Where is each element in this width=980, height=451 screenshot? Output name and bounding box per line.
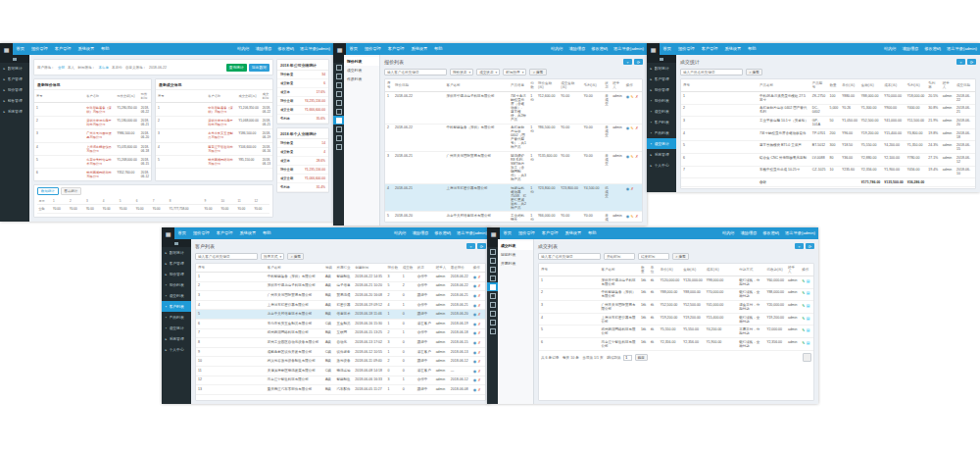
action-icon[interactable]: ✗	[478, 313, 481, 317]
sidebar-item[interactable]: ▪ 客户列表	[162, 301, 191, 312]
stats-tab[interactable]: 图表统计	[61, 187, 82, 195]
filter-select[interactable]: 排序方式	[261, 253, 284, 260]
action-icon[interactable]: ◉	[473, 351, 476, 355]
search-input[interactable]	[680, 69, 743, 75]
secondary-menu-item[interactable]: 成交列表	[498, 241, 533, 250]
nav-user-link[interactable]: 清除缓存	[738, 227, 760, 239]
rail-item[interactable]	[487, 274, 498, 282]
sidebar-item[interactable]: ▪ 成交列表	[162, 290, 191, 301]
action-icon[interactable]: ◉	[473, 294, 476, 298]
search-button[interactable]: ⌕搜索	[672, 253, 689, 260]
nav-link[interactable]: 客户管理	[384, 43, 408, 55]
rail-item[interactable]	[487, 300, 498, 309]
sidebar-item[interactable]: ▸ 个人中心	[162, 344, 191, 355]
table-row[interactable]: 1中科智能装备（深圳）有限公司¥1,206,350.002018-06-22	[156, 103, 272, 116]
rail-item[interactable]	[487, 326, 498, 335]
filter-select[interactable]: 报价状态	[450, 69, 473, 75]
page-jump-input[interactable]	[623, 355, 632, 361]
stats-tab[interactable]: 数据统计	[37, 187, 59, 195]
search-input[interactable]	[195, 253, 258, 260]
header-action-button[interactable]: ⟳	[477, 243, 486, 250]
sidebar-item[interactable]: ▪ 产品列表	[647, 127, 676, 138]
action-icon[interactable]: ✎	[631, 215, 634, 219]
table-row[interactable]: 2深圳市华强北电子科技有限公司¥1,068,000.002018-06-21	[156, 116, 272, 128]
nav-user-link[interactable]: 退出登录(admin)	[297, 43, 333, 55]
table-row[interactable]: 2 中科智能装备（深圳）有限公司 1批 批 ¥88,000.00 ¥88,000…	[539, 288, 813, 301]
nav-link[interactable]: 帮助	[585, 227, 600, 239]
rail-item[interactable]	[333, 72, 344, 80]
action-icon[interactable]: ✗	[478, 370, 481, 374]
rail-item[interactable]	[333, 107, 344, 116]
action-icon[interactable]: ✗	[478, 331, 481, 335]
action-icon[interactable]: ▤	[807, 328, 810, 332]
table-row[interactable]: 4上海浦东精密仪器有限公司¥1,035,600.002018-06-18	[34, 142, 151, 155]
table-row[interactable]: 2 2018-06-22 中科智能装备（深圳）有限公司 高精度贴片电容 0402…	[385, 124, 642, 152]
table-row[interactable]: 9 成都高新区软件开发有限公司 C级 软件服务 2018-06-12 10:55…	[196, 347, 485, 357]
nav-user-link[interactable]: 清除缓存	[900, 43, 922, 55]
rail-item[interactable]	[487, 282, 498, 291]
action-icon[interactable]: ◉	[473, 378, 476, 382]
sidebar-item[interactable]: ▸ 系统管理	[0, 106, 29, 117]
action-icon[interactable]: ◉	[473, 284, 476, 288]
action-icon[interactable]: ✎	[631, 155, 634, 159]
action-icon[interactable]: ◉	[473, 370, 476, 374]
rail-item[interactable]	[333, 116, 344, 125]
table-row[interactable]: 7车载中控显示总成 10.25寸CZ-102510¥235.60¥2,356.0…	[681, 166, 975, 178]
table-row[interactable]: 2 深圳市华强北电子科技有限公司 A级 电子信息 2018-06-21 10:2…	[196, 281, 485, 291]
table-row[interactable]: 4 2018-06-21 上海浦东精密仪器有限公司 伺服电机驱动器 750W、精…	[385, 183, 642, 212]
header-action-button[interactable]: ＋	[956, 59, 965, 66]
action-icon[interactable]: ✗	[635, 126, 638, 130]
nav-link[interactable]: 帮助	[98, 43, 113, 55]
action-icon[interactable]: ✎	[802, 317, 805, 321]
rail-item[interactable]	[487, 318, 498, 326]
sidebar-item[interactable]: ▸ 客户管理	[162, 258, 191, 269]
nav-link[interactable]: 系统设置	[721, 43, 745, 55]
rail-item[interactable]	[333, 125, 344, 133]
sidebar-item[interactable]: ▸ 数据统计	[0, 63, 29, 74]
action-icon[interactable]: ✗	[478, 378, 481, 382]
control-sidebar-toggle[interactable]	[803, 353, 811, 362]
sidebar-header[interactable]	[0, 55, 29, 63]
nav-link[interactable]: 报价管理	[361, 43, 384, 55]
sidebar-item[interactable]: ▪ 报价列表	[647, 95, 676, 106]
table-row[interactable]: 7 杭州西湖网络科技有限公司 B级 互联网 2018-06-15 13:25 2	[196, 328, 485, 338]
nav-link[interactable]: 系统设置	[408, 43, 431, 55]
action-icon[interactable]: ▤	[807, 291, 810, 295]
table-row[interactable]: 5 杭州西湖网络科技有限公司 1批 批 ¥5,550.00 ¥5,550.00	[539, 326, 813, 338]
table-row[interactable]: 合计¥171,786.00¥135,500.00¥36,286.00	[681, 178, 975, 187]
nav-link[interactable]: 客户管理	[698, 43, 721, 55]
action-icon[interactable]: ✗	[635, 155, 638, 159]
action-icon[interactable]: ✗	[478, 284, 481, 288]
action-icon[interactable]: ◉	[473, 323, 476, 326]
nav-link[interactable]: 报价管理	[514, 227, 538, 239]
nav-link[interactable]: 报价管理	[27, 43, 51, 55]
action-icon[interactable]: ◉	[473, 276, 476, 279]
table-row[interactable]: 6铝合金 CNC 外壳阳极氧化定制LV-008880¥36.00¥2,880.0…	[681, 153, 975, 166]
table-row[interactable]: 3 2018-06-21 广州市天河国际贸易有限公司 回流焊炉 R8 系列、SM…	[385, 152, 642, 184]
export-data-button[interactable]: 导出数据	[249, 64, 270, 72]
action-icon[interactable]: ◉	[473, 331, 476, 335]
filter-option[interactable]: 本人	[68, 66, 75, 70]
rail-item[interactable]	[333, 80, 344, 89]
nav-user-link[interactable]: 清除缓存	[566, 43, 589, 55]
table-row[interactable]: 12 南京江宁智造科技有限公司 A级 智能制造 2018-06-06 16:33…	[196, 376, 485, 385]
action-icon[interactable]: ✗	[478, 304, 481, 308]
action-icon[interactable]: ◉	[626, 155, 629, 159]
table-row[interactable]: 47英寸触控显示屏含驱动板套件TP-0701200¥96.00¥19,200.0…	[681, 128, 975, 141]
nav-link[interactable]: 首页	[346, 43, 361, 55]
action-icon[interactable]: ◉	[473, 304, 476, 308]
action-icon[interactable]: ✎	[802, 291, 805, 295]
nav-link[interactable]: 系统设置	[562, 227, 585, 239]
table-row[interactable]: 6杭州西湖网络科技有限公司¥352,760.002018-06-12	[34, 169, 151, 181]
action-icon[interactable]: ◉	[473, 388, 476, 392]
sidebar-item[interactable]: ▸ 客户管理	[647, 74, 676, 84]
header-action-button[interactable]: ＋	[623, 59, 632, 66]
app-logo-icon[interactable]: ▦	[0, 43, 13, 55]
action-icon[interactable]: ✗	[478, 351, 481, 355]
nav-link[interactable]: 客户管理	[538, 227, 562, 239]
sidebar-item[interactable]: ▸ 报价管理	[0, 84, 29, 95]
action-icon[interactable]: ✎	[631, 126, 634, 130]
nav-user-link[interactable]: 修改密码	[921, 43, 944, 55]
app-logo-icon[interactable]: ▦	[647, 43, 660, 55]
nav-user-link[interactable]: 退出登录(admin)	[944, 43, 980, 55]
